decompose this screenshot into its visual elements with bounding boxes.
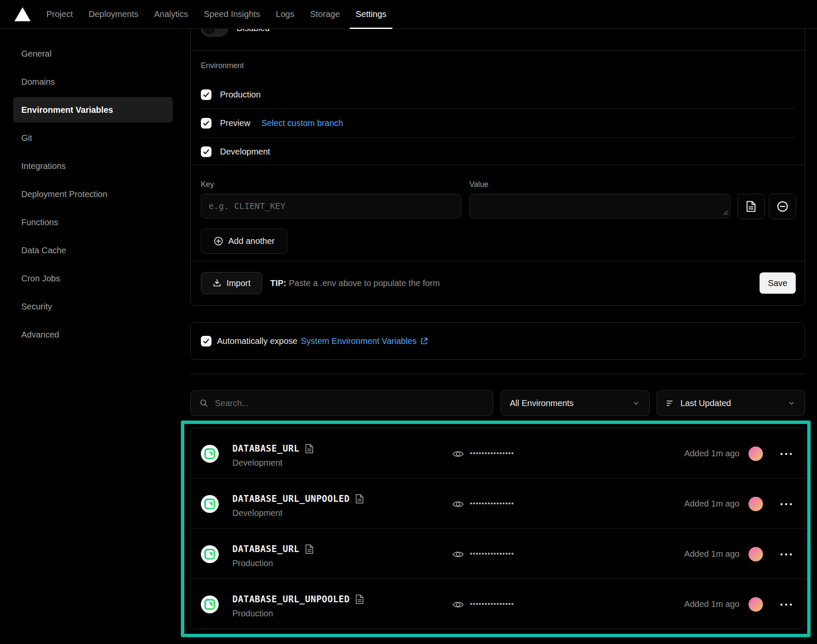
- eye-icon[interactable]: [452, 498, 464, 510]
- environment-checkbox-row[interactable]: Production: [201, 80, 794, 109]
- sidebar-item-cron-jobs[interactable]: Cron Jobs: [13, 266, 173, 291]
- value-input[interactable]: [469, 194, 730, 218]
- sidebar-item-git[interactable]: Git: [13, 125, 173, 151]
- env-variable-row: DATABASE_URL_UNPOOLED Development ••••••…: [191, 478, 805, 528]
- document-icon[interactable]: [355, 494, 364, 504]
- divider: [190, 374, 805, 374]
- nav-tab-logs[interactable]: Logs: [276, 0, 294, 29]
- search-box: [190, 390, 493, 416]
- env-variable-name: DATABASE_URL: [232, 544, 300, 554]
- sort-value: Last Updated: [680, 398, 731, 408]
- env-variable-name: DATABASE_URL_UNPOOLED: [232, 494, 350, 504]
- sidebar-item-deployment-protection[interactable]: Deployment Protection: [13, 181, 173, 207]
- user-avatar: [748, 447, 763, 461]
- environment-section-label: Environment: [201, 61, 244, 70]
- environment-checkbox-label: Preview: [220, 118, 250, 128]
- masked-value: •••••••••••••••: [470, 600, 514, 608]
- expose-label: Automatically expose: [217, 336, 297, 346]
- nav-tab-label: Deployments: [89, 9, 138, 19]
- search-input[interactable]: [190, 390, 493, 416]
- system-env-card: Automatically expose System Environment …: [190, 322, 805, 360]
- import-button[interactable]: Import: [201, 272, 262, 294]
- nav-tab-storage[interactable]: Storage: [310, 0, 340, 29]
- env-variable-name: DATABASE_URL: [232, 444, 300, 454]
- value-label: Value: [469, 180, 488, 189]
- import-label: Import: [226, 278, 251, 288]
- add-another-label: Add another: [229, 236, 275, 246]
- document-icon[interactable]: [305, 444, 314, 454]
- eye-icon[interactable]: [452, 599, 464, 610]
- added-timestamp: Added 1m ago: [684, 449, 740, 458]
- row-actions-menu-button[interactable]: [780, 599, 792, 610]
- environment-checkbox-row[interactable]: Development: [201, 137, 794, 166]
- save-button[interactable]: Save: [760, 272, 796, 294]
- env-variable-environment: Development: [232, 458, 283, 468]
- env-variable-environment: Production: [232, 558, 273, 568]
- env-variable-row: DATABASE_URL Production ••••••••••••••• …: [191, 528, 805, 578]
- masked-value: •••••••••••••••: [470, 499, 514, 508]
- masked-value: •••••••••••••••: [470, 449, 514, 458]
- add-another-button[interactable]: Add another: [201, 229, 287, 254]
- row-actions-menu-button[interactable]: [780, 498, 792, 509]
- vercel-logo-icon[interactable]: [14, 7, 31, 21]
- system-env-variables-link[interactable]: System Environment Variables: [301, 336, 428, 346]
- sidebar-item-label: Git: [21, 133, 32, 143]
- sidebar-item-domains[interactable]: Domains: [13, 69, 173, 94]
- environment-checkbox-label: Production: [220, 90, 261, 100]
- checkbox-check-icon: [203, 338, 210, 345]
- sidebar-item-environment-variables[interactable]: Environment Variables: [13, 97, 173, 123]
- nav-tab-deployments[interactable]: Deployments: [89, 0, 138, 29]
- sidebar-item-security[interactable]: Security: [13, 294, 173, 319]
- document-icon[interactable]: [355, 594, 364, 604]
- paste-env-file-button[interactable]: [737, 194, 765, 219]
- sort-icon: [666, 399, 674, 408]
- sidebar-item-functions[interactable]: Functions: [13, 209, 173, 235]
- minus-circle-icon: [777, 200, 788, 212]
- sidebar-item-advanced[interactable]: Advanced: [13, 322, 173, 347]
- sidebar-item-label: Advanced: [21, 330, 59, 340]
- plus-circle-icon: [214, 236, 223, 246]
- checkbox[interactable]: [201, 146, 211, 157]
- sidebar-item-integrations[interactable]: Integrations: [13, 153, 173, 179]
- sidebar-item-data-cache[interactable]: Data Cache: [13, 238, 173, 263]
- nav-tab-settings[interactable]: Settings: [356, 0, 386, 29]
- added-timestamp: Added 1m ago: [684, 499, 740, 509]
- env-variables-table: DATABASE_URL Development •••••••••••••••…: [190, 428, 805, 629]
- added-timestamp: Added 1m ago: [684, 549, 740, 559]
- expose-checkbox[interactable]: [201, 336, 211, 346]
- sort-dropdown[interactable]: Last Updated: [657, 390, 805, 416]
- nav-tab-speed-insights[interactable]: Speed Insights: [204, 0, 260, 29]
- sidebar-item-label: Cron Jobs: [21, 274, 60, 283]
- sidebar-item-general[interactable]: General: [13, 41, 173, 66]
- nav-tab-analytics[interactable]: Analytics: [154, 0, 188, 29]
- eye-icon[interactable]: [452, 448, 464, 460]
- env-variable-name: DATABASE_URL_UNPOOLED: [232, 594, 350, 604]
- environment-checkbox-row[interactable]: Preview Select custom branch: [201, 109, 794, 137]
- divider: [191, 165, 805, 165]
- neon-integration-icon: [201, 495, 219, 513]
- checkbox[interactable]: [201, 118, 211, 129]
- nav-tab-label: Analytics: [154, 9, 188, 19]
- key-input[interactable]: [201, 194, 461, 218]
- row-actions-menu-button[interactable]: [780, 448, 792, 459]
- remove-row-button[interactable]: [769, 194, 796, 219]
- nav-tab-label: Settings: [356, 9, 386, 19]
- key-label: Key: [201, 180, 214, 189]
- document-icon[interactable]: [305, 544, 314, 554]
- row-actions-menu-button[interactable]: [780, 549, 792, 560]
- checkbox-check-icon: [203, 91, 210, 98]
- search-icon: [199, 398, 209, 408]
- sidebar-item-label: Functions: [21, 218, 58, 227]
- env-variable-row: DATABASE_URL_UNPOOLED Production •••••••…: [191, 578, 805, 629]
- nav-tab-project[interactable]: Project: [46, 0, 73, 29]
- environment-filter-dropdown[interactable]: All Environments: [501, 390, 650, 416]
- sidebar-item-label: Environment Variables: [21, 105, 113, 115]
- env-variable-row: DATABASE_URL Development •••••••••••••••…: [191, 428, 805, 478]
- sidebar-item-label: Domains: [21, 77, 55, 87]
- eye-icon[interactable]: [452, 549, 464, 560]
- checkbox-check-icon: [203, 120, 210, 127]
- select-custom-branch-link[interactable]: Select custom branch: [261, 118, 343, 128]
- nav-tab-label: Speed Insights: [204, 9, 260, 19]
- checkbox[interactable]: [201, 89, 211, 100]
- document-icon: [746, 200, 756, 212]
